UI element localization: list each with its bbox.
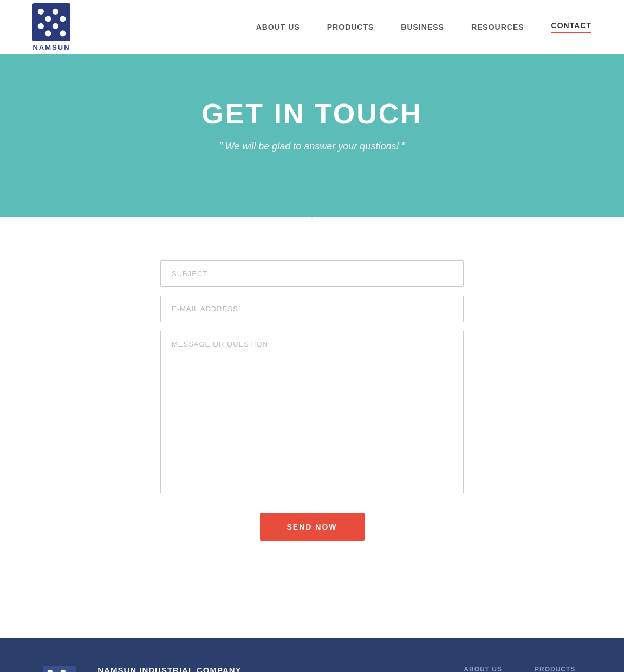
svg-point-18 (61, 670, 66, 672)
main-nav: ABOUT US PRODUCTS BUSINESS RESOURCES CON… (256, 21, 592, 33)
logo[interactable]: NAMSUN (32, 3, 70, 51)
footer-logo-area: NAMSUN (43, 666, 76, 672)
site-header: NAMSUN ABOUT US PRODUCTS BUSINESS RESOUR… (0, 0, 624, 54)
hero-section: GET IN TOUCH " We will be glad to answer… (0, 54, 624, 217)
svg-point-16 (48, 670, 53, 672)
svg-point-11 (60, 23, 66, 29)
svg-point-4 (38, 16, 44, 22)
email-input[interactable] (160, 296, 464, 322)
nav-resources[interactable]: RESOURCES (471, 23, 524, 31)
footer-nav: ABOUT US BUSINESS CONTACT PRODUCTS RESOU… (464, 666, 581, 672)
nav-business[interactable]: BUSINESS (401, 23, 444, 31)
footer-nav-col-1: ABOUT US BUSINESS CONTACT (464, 666, 502, 672)
footer-nav-products[interactable]: PRODUCTS (535, 666, 581, 672)
logo-text: NAMSUN (32, 43, 70, 51)
hero-subtitle: " We will be glad to answer your qustion… (11, 141, 613, 152)
svg-point-8 (38, 23, 44, 29)
svg-point-17 (54, 670, 60, 672)
footer-nav-col-2: PRODUCTS RESOURCES (535, 666, 581, 672)
svg-point-2 (53, 8, 58, 14)
svg-point-10 (53, 23, 58, 29)
contact-section: SEND NOW (0, 217, 624, 638)
nav-about-us[interactable]: ABOUT US (256, 23, 300, 31)
send-button[interactable]: SEND NOW (260, 513, 365, 541)
svg-point-0 (38, 8, 44, 14)
svg-point-9 (45, 23, 51, 29)
svg-point-12 (38, 30, 44, 36)
site-footer: NAMSUN NAMSUN INDUSTRIAL COMPANY 29-13, … (0, 638, 624, 672)
nav-contact[interactable]: CONTACT (551, 21, 592, 33)
svg-point-5 (45, 16, 51, 22)
footer-info: NAMSUN INDUSTRIAL COMPANY 29-13, Seongse… (98, 666, 442, 672)
hero-arrow (290, 193, 334, 218)
message-input[interactable] (160, 331, 464, 493)
svg-point-3 (60, 8, 66, 14)
svg-point-13 (45, 30, 51, 36)
footer-logo-icon (43, 666, 76, 672)
nav-products[interactable]: PRODUCTS (327, 23, 374, 31)
hero-title: GET IN TOUCH (11, 97, 613, 130)
svg-point-19 (67, 670, 73, 672)
subject-input[interactable] (160, 260, 464, 287)
svg-point-15 (60, 30, 66, 36)
footer-nav-about-us[interactable]: ABOUT US (464, 666, 502, 672)
footer-company-name: NAMSUN INDUSTRIAL COMPANY (98, 666, 442, 672)
footer-top: NAMSUN NAMSUN INDUSTRIAL COMPANY 29-13, … (43, 666, 581, 672)
svg-point-1 (45, 8, 51, 14)
contact-form: SEND NOW (160, 260, 464, 541)
svg-point-6 (53, 16, 58, 22)
svg-point-14 (53, 30, 58, 36)
svg-point-7 (60, 16, 66, 22)
logo-icon (32, 3, 70, 41)
